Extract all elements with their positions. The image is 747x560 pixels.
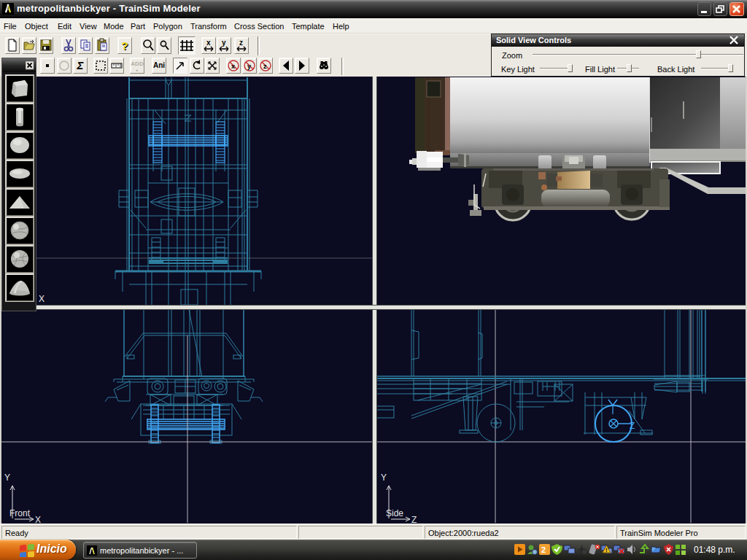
svg-text:y: y <box>247 63 251 70</box>
svg-text:x: x <box>231 63 235 70</box>
svg-text:!: ! <box>605 547 608 553</box>
svg-text:Z: Z <box>411 515 417 523</box>
svg-text:Y: Y <box>381 472 387 483</box>
svg-text:z: z <box>263 63 267 70</box>
svg-text:Y: Y <box>4 472 10 483</box>
svg-text:x: x <box>206 39 211 47</box>
svg-text:X: X <box>39 294 44 304</box>
svg-text:z: z <box>239 39 243 47</box>
svg-text:y: y <box>222 39 226 47</box>
svg-text:2: 2 <box>541 545 546 554</box>
svg-text:X: X <box>35 515 41 523</box>
svg-text:Z: Z <box>630 421 635 431</box>
